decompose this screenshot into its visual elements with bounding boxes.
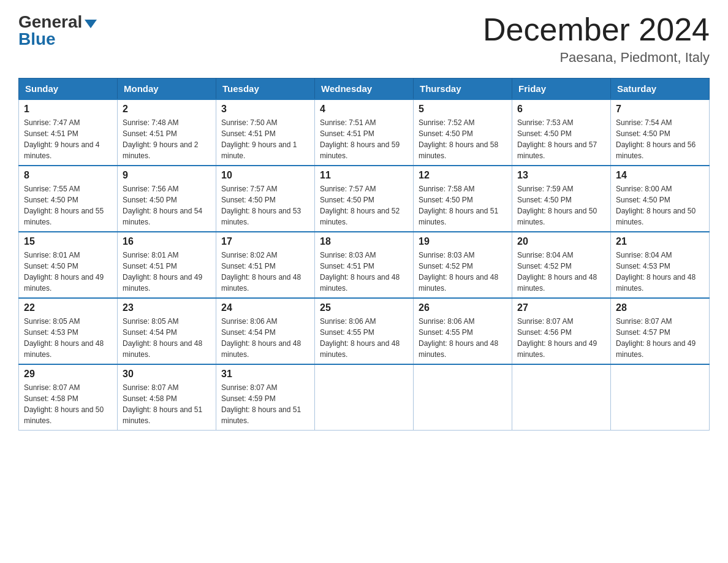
day-info: Sunrise: 8:02 AMSunset: 4:51 PMDaylight:… [221, 250, 309, 294]
day-info: Sunrise: 8:04 AMSunset: 4:53 PMDaylight:… [616, 250, 704, 294]
cell-week3-day5: 20Sunrise: 8:04 AMSunset: 4:52 PMDayligh… [512, 232, 611, 298]
day-number: 8 [24, 170, 112, 181]
day-number: 18 [320, 236, 408, 247]
day-number: 6 [517, 104, 605, 115]
logo: General Blue [18, 12, 97, 49]
day-number: 7 [616, 104, 704, 115]
col-thursday: Thursday [414, 79, 512, 100]
day-info: Sunrise: 7:57 AMSunset: 4:50 PMDaylight:… [320, 183, 408, 228]
day-number: 26 [419, 302, 507, 313]
day-info: Sunrise: 8:07 AMSunset: 4:57 PMDaylight:… [616, 316, 704, 360]
day-info: Sunrise: 8:00 AMSunset: 4:50 PMDaylight:… [616, 183, 704, 228]
day-number: 28 [616, 302, 704, 313]
day-info: Sunrise: 7:58 AMSunset: 4:50 PMDaylight:… [419, 183, 507, 228]
day-info: Sunrise: 8:06 AMSunset: 4:54 PMDaylight:… [221, 316, 309, 360]
cell-week1-day5: 6Sunrise: 7:53 AMSunset: 4:50 PMDaylight… [512, 99, 611, 166]
day-info: Sunrise: 8:05 AMSunset: 4:54 PMDaylight:… [123, 316, 211, 360]
day-info: Sunrise: 8:03 AMSunset: 4:52 PMDaylight:… [419, 250, 507, 294]
day-number: 12 [419, 170, 507, 181]
day-number: 21 [616, 236, 704, 247]
day-number: 27 [517, 302, 605, 313]
calendar-table: Sunday Monday Tuesday Wednesday Thursday… [18, 78, 710, 431]
week-row-1: 1Sunrise: 7:47 AMSunset: 4:51 PMDaylight… [19, 99, 710, 166]
cell-week1-day3: 4Sunrise: 7:51 AMSunset: 4:51 PMDaylight… [315, 99, 414, 166]
cell-week1-day1: 2Sunrise: 7:48 AMSunset: 4:51 PMDaylight… [118, 99, 216, 166]
col-sunday: Sunday [19, 79, 118, 100]
cell-week2-day2: 10Sunrise: 7:57 AMSunset: 4:50 PMDayligh… [216, 166, 315, 232]
calendar-body: 1Sunrise: 7:47 AMSunset: 4:51 PMDaylight… [19, 99, 710, 431]
cell-week3-day3: 18Sunrise: 8:03 AMSunset: 4:51 PMDayligh… [315, 232, 414, 298]
calendar-header-row: Sunday Monday Tuesday Wednesday Thursday… [19, 79, 710, 100]
cell-week5-day3 [315, 364, 414, 431]
week-row-4: 22Sunrise: 8:05 AMSunset: 4:53 PMDayligh… [19, 298, 710, 364]
title-section: December 2024 Paesana, Piedmont, Italy [483, 12, 710, 66]
col-saturday: Saturday [611, 79, 710, 100]
day-number: 3 [221, 104, 309, 115]
cell-week5-day4 [414, 364, 512, 431]
day-info: Sunrise: 7:54 AMSunset: 4:50 PMDaylight:… [616, 117, 704, 161]
cell-week2-day3: 11Sunrise: 7:57 AMSunset: 4:50 PMDayligh… [315, 166, 414, 232]
day-number: 11 [320, 170, 408, 181]
day-number: 23 [123, 302, 211, 313]
day-info: Sunrise: 8:05 AMSunset: 4:53 PMDaylight:… [24, 316, 112, 360]
day-number: 14 [616, 170, 704, 181]
day-number: 17 [221, 236, 309, 247]
page-header: General Blue December 2024 Paesana, Pied… [18, 12, 710, 66]
week-row-5: 29Sunrise: 8:07 AMSunset: 4:58 PMDayligh… [19, 364, 710, 431]
day-info: Sunrise: 8:06 AMSunset: 4:55 PMDaylight:… [320, 316, 408, 360]
day-info: Sunrise: 8:04 AMSunset: 4:52 PMDaylight:… [517, 250, 605, 294]
day-number: 9 [123, 170, 211, 181]
col-wednesday: Wednesday [315, 79, 414, 100]
day-info: Sunrise: 7:59 AMSunset: 4:50 PMDaylight:… [517, 183, 605, 228]
cell-week2-day1: 9Sunrise: 7:56 AMSunset: 4:50 PMDaylight… [118, 166, 216, 232]
day-number: 30 [123, 369, 211, 380]
day-number: 22 [24, 302, 112, 313]
week-row-2: 8Sunrise: 7:55 AMSunset: 4:50 PMDaylight… [19, 166, 710, 232]
day-info: Sunrise: 7:48 AMSunset: 4:51 PMDaylight:… [123, 117, 211, 161]
day-info: Sunrise: 7:50 AMSunset: 4:51 PMDaylight:… [221, 117, 309, 161]
cell-week3-day6: 21Sunrise: 8:04 AMSunset: 4:53 PMDayligh… [611, 232, 710, 298]
day-number: 1 [24, 104, 112, 115]
day-info: Sunrise: 7:57 AMSunset: 4:50 PMDaylight:… [221, 183, 309, 228]
cell-week2-day6: 14Sunrise: 8:00 AMSunset: 4:50 PMDayligh… [611, 166, 710, 232]
logo-blue-text: Blue [18, 29, 56, 49]
cell-week5-day5 [512, 364, 611, 431]
cell-week4-day0: 22Sunrise: 8:05 AMSunset: 4:53 PMDayligh… [19, 298, 118, 364]
day-info: Sunrise: 7:56 AMSunset: 4:50 PMDaylight:… [123, 183, 211, 228]
day-info: Sunrise: 8:07 AMSunset: 4:59 PMDaylight:… [221, 382, 309, 426]
cell-week2-day4: 12Sunrise: 7:58 AMSunset: 4:50 PMDayligh… [414, 166, 512, 232]
day-number: 16 [123, 236, 211, 247]
day-info: Sunrise: 7:53 AMSunset: 4:50 PMDaylight:… [517, 117, 605, 161]
cell-week1-day6: 7Sunrise: 7:54 AMSunset: 4:50 PMDaylight… [611, 99, 710, 166]
cell-week5-day1: 30Sunrise: 8:07 AMSunset: 4:58 PMDayligh… [118, 364, 216, 431]
cell-week5-day0: 29Sunrise: 8:07 AMSunset: 4:58 PMDayligh… [19, 364, 118, 431]
cell-week4-day6: 28Sunrise: 8:07 AMSunset: 4:57 PMDayligh… [611, 298, 710, 364]
cell-week2-day0: 8Sunrise: 7:55 AMSunset: 4:50 PMDaylight… [19, 166, 118, 232]
day-info: Sunrise: 8:07 AMSunset: 4:58 PMDaylight:… [24, 382, 112, 426]
day-info: Sunrise: 7:52 AMSunset: 4:50 PMDaylight:… [419, 117, 507, 161]
cell-week5-day6 [611, 364, 710, 431]
month-title: December 2024 [483, 12, 710, 47]
cell-week3-day0: 15Sunrise: 8:01 AMSunset: 4:50 PMDayligh… [19, 232, 118, 298]
cell-week4-day2: 24Sunrise: 8:06 AMSunset: 4:54 PMDayligh… [216, 298, 315, 364]
day-number: 15 [24, 236, 112, 247]
day-number: 31 [221, 369, 309, 380]
day-number: 10 [221, 170, 309, 181]
cell-week1-day4: 5Sunrise: 7:52 AMSunset: 4:50 PMDaylight… [414, 99, 512, 166]
day-number: 29 [24, 369, 112, 380]
day-info: Sunrise: 8:01 AMSunset: 4:50 PMDaylight:… [24, 250, 112, 294]
cell-week1-day2: 3Sunrise: 7:50 AMSunset: 4:51 PMDaylight… [216, 99, 315, 166]
day-info: Sunrise: 7:51 AMSunset: 4:51 PMDaylight:… [320, 117, 408, 161]
day-number: 19 [419, 236, 507, 247]
cell-week2-day5: 13Sunrise: 7:59 AMSunset: 4:50 PMDayligh… [512, 166, 611, 232]
cell-week5-day2: 31Sunrise: 8:07 AMSunset: 4:59 PMDayligh… [216, 364, 315, 431]
location-subtitle: Paesana, Piedmont, Italy [483, 50, 710, 66]
cell-week3-day2: 17Sunrise: 8:02 AMSunset: 4:51 PMDayligh… [216, 232, 315, 298]
day-number: 20 [517, 236, 605, 247]
day-info: Sunrise: 7:55 AMSunset: 4:50 PMDaylight:… [24, 183, 112, 228]
cell-week4-day5: 27Sunrise: 8:07 AMSunset: 4:56 PMDayligh… [512, 298, 611, 364]
day-number: 4 [320, 104, 408, 115]
day-info: Sunrise: 8:01 AMSunset: 4:51 PMDaylight:… [123, 250, 211, 294]
logo-arrow-icon [85, 20, 97, 28]
day-info: Sunrise: 7:47 AMSunset: 4:51 PMDaylight:… [24, 117, 112, 161]
